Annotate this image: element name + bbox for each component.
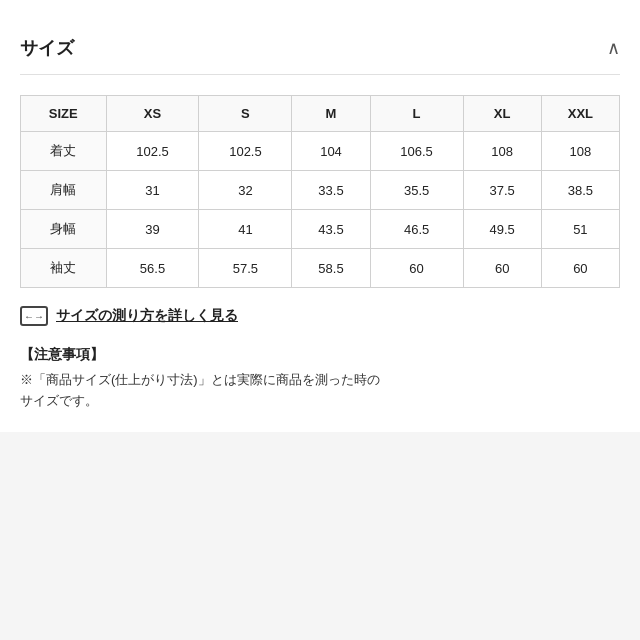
table-cell: 108 — [541, 132, 619, 171]
section-header: サイズ ∧ — [20, 20, 620, 74]
table-cell: 37.5 — [463, 171, 541, 210]
table-cell: 60 — [541, 249, 619, 288]
notes-section: 【注意事項】 ※「商品サイズ(仕上がり寸法)」とは実際に商品を測った時のサイズで… — [20, 346, 620, 412]
table-cell: 108 — [463, 132, 541, 171]
table-row: 着丈102.5102.5104106.5108108 — [21, 132, 620, 171]
col-header-xs: XS — [106, 96, 199, 132]
table-cell: 60 — [370, 249, 463, 288]
row-label: 着丈 — [21, 132, 107, 171]
size-table-wrapper: SIZE XS S M L XL XXL 着丈102.5102.5104106.… — [20, 95, 620, 288]
row-label: 袖丈 — [21, 249, 107, 288]
measure-link[interactable]: サイズの測り方を詳しく見る — [56, 307, 238, 325]
table-cell: 33.5 — [292, 171, 370, 210]
table-cell: 51 — [541, 210, 619, 249]
table-row: 肩幅313233.535.537.538.5 — [21, 171, 620, 210]
table-cell: 49.5 — [463, 210, 541, 249]
table-row: 身幅394143.546.549.551 — [21, 210, 620, 249]
table-cell: 57.5 — [199, 249, 292, 288]
notes-header: 【注意事項】 — [20, 346, 620, 364]
table-cell: 46.5 — [370, 210, 463, 249]
table-cell: 32 — [199, 171, 292, 210]
measure-link-row[interactable]: ←→ サイズの測り方を詳しく見る — [20, 306, 620, 326]
table-cell: 102.5 — [199, 132, 292, 171]
col-header-size: SIZE — [21, 96, 107, 132]
table-cell: 35.5 — [370, 171, 463, 210]
notes-body: ※「商品サイズ(仕上がり寸法)」とは実際に商品を測った時のサイズです。 — [20, 370, 620, 412]
col-header-xxl: XXL — [541, 96, 619, 132]
table-cell: 60 — [463, 249, 541, 288]
col-header-s: S — [199, 96, 292, 132]
page-container: サイズ ∧ SIZE XS S M L XL XXL 着丈102.5102.51… — [0, 0, 640, 432]
chevron-up-icon[interactable]: ∧ — [607, 37, 620, 59]
row-label: 身幅 — [21, 210, 107, 249]
table-cell: 43.5 — [292, 210, 370, 249]
table-cell: 31 — [106, 171, 199, 210]
table-cell: 106.5 — [370, 132, 463, 171]
table-cell: 58.5 — [292, 249, 370, 288]
table-cell: 38.5 — [541, 171, 619, 210]
col-header-m: M — [292, 96, 370, 132]
col-header-xl: XL — [463, 96, 541, 132]
table-row: 袖丈56.557.558.5606060 — [21, 249, 620, 288]
table-cell: 104 — [292, 132, 370, 171]
table-cell: 41 — [199, 210, 292, 249]
measure-icon: ←→ — [20, 306, 48, 326]
section-title: サイズ — [20, 36, 74, 60]
table-header-row: SIZE XS S M L XL XXL — [21, 96, 620, 132]
table-cell: 56.5 — [106, 249, 199, 288]
table-cell: 102.5 — [106, 132, 199, 171]
row-label: 肩幅 — [21, 171, 107, 210]
table-cell: 39 — [106, 210, 199, 249]
section-divider — [20, 74, 620, 75]
col-header-l: L — [370, 96, 463, 132]
size-table: SIZE XS S M L XL XXL 着丈102.5102.5104106.… — [20, 95, 620, 288]
